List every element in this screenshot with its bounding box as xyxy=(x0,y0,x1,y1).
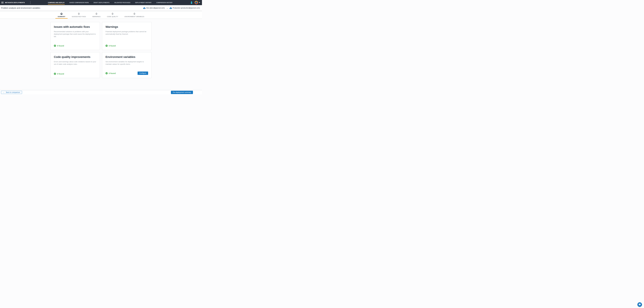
status-badge: ✓ 0 found xyxy=(54,73,64,75)
tab-label: SUGGESTED FIXES xyxy=(72,16,86,17)
status-text: 0 found xyxy=(57,45,64,47)
tab-count: 0 xyxy=(96,12,97,15)
source-org: D Dev (dev1@gearset.com) xyxy=(143,7,165,9)
card-description: Set environment variables for deployment… xyxy=(106,61,148,65)
nav-item-validated-packages[interactable]: VALIDATED PACKAGES xyxy=(114,0,130,5)
check-circle-icon: ✓ xyxy=(106,45,108,47)
card-title: Issues with automatic fixes xyxy=(54,25,96,28)
tab-count: 0 xyxy=(134,12,135,15)
arrow-right-icon: → xyxy=(166,7,168,9)
top-navigation: METADATA DEPLOYMENTS COMPARE AND DEPLOY … xyxy=(0,0,202,5)
card-description: Potential deployment package problems th… xyxy=(106,30,148,35)
target-org: D Production (production@gearset.com) xyxy=(170,7,200,9)
user-menu[interactable] xyxy=(194,1,200,4)
status-text: 0 found xyxy=(109,72,116,74)
card-issues-with-automatic-fixes: Issues with automatic fixes Recommended … xyxy=(50,22,100,50)
card-environment-variables: Environment variables Set environment va… xyxy=(102,52,152,78)
summary-cards: Issues with automatic fixes Recommended … xyxy=(50,22,152,78)
nav-brand-group: METADATA DEPLOYMENTS xyxy=(1,2,25,3)
card-code-quality-improvements: Code quality improvements Errors and war… xyxy=(50,52,100,78)
check-circle-icon: ✓ xyxy=(54,45,56,47)
card-title: Warnings xyxy=(106,25,148,28)
menu-icon[interactable] xyxy=(1,2,4,3)
summary-home-search-icon xyxy=(60,12,63,15)
summary-content: Issues with automatic fixes Recommended … xyxy=(0,19,202,90)
tab-label: WARNINGS xyxy=(92,16,100,17)
back-to-comparison-button[interactable]: ← Back to comparison xyxy=(1,91,22,94)
analysis-tabs: SUMMARY 0 SUGGESTED FIXES 0 WARNINGS 0 C… xyxy=(0,11,202,19)
status-badge: ✓ 0 found xyxy=(106,45,116,47)
tab-environment-variables[interactable]: 0 ENVIRONMENT VARIABLES xyxy=(122,11,146,19)
cloud-org-icon: D xyxy=(170,7,172,9)
nav-item-saved-comparison-pairs[interactable]: SAVED COMPARISON PAIRS xyxy=(70,0,89,5)
nav-item-draft-deployments[interactable]: DRAFT DEPLOYMENTS xyxy=(94,0,110,5)
app-title: METADATA DEPLOYMENTS xyxy=(5,2,25,3)
footer-bar: ← Back to comparison Pre-deployment summ… xyxy=(0,90,202,94)
nav-item-comparison-history[interactable]: COMPARISON HISTORY xyxy=(156,0,172,5)
tab-label: SUMMARY xyxy=(58,16,65,17)
check-circle-icon: ✓ xyxy=(54,73,56,75)
svg-text:D: D xyxy=(170,7,171,9)
rocket-icon[interactable] xyxy=(190,1,193,4)
nav-right-group xyxy=(190,1,200,4)
page-title: Problem analysis and environment variabl… xyxy=(1,7,40,9)
status-text: 0 found xyxy=(109,45,116,47)
tab-label: ENVIRONMENT VARIABLES xyxy=(124,16,144,17)
pre-deployment-summary-button[interactable]: Pre-deployment summary xyxy=(171,91,193,94)
tab-label: CODE QUALITY xyxy=(107,16,118,17)
nav-links: COMPARE AND DEPLOY SAVED COMPARISON PAIR… xyxy=(30,0,190,5)
tab-suggested-fixes[interactable]: 0 SUGGESTED FIXES xyxy=(70,11,88,19)
page-header: Problem analysis and environment variabl… xyxy=(0,5,202,11)
nav-item-compare-and-deploy[interactable]: COMPARE AND DEPLOY xyxy=(48,0,65,5)
card-title: Code quality improvements xyxy=(54,55,96,59)
tab-code-quality[interactable]: 0 CODE QUALITY xyxy=(104,11,120,19)
arrow-left-icon: ← xyxy=(3,91,5,93)
check-circle-icon: ✓ xyxy=(106,72,108,74)
status-text: 0 found xyxy=(57,73,64,75)
source-org-label: Dev (dev1@gearset.com) xyxy=(146,7,165,9)
target-org-label: Production (production@gearset.com) xyxy=(173,7,200,9)
configure-button[interactable]: Configure xyxy=(138,71,148,75)
cloud-org-icon: D xyxy=(143,7,146,9)
gearset-avatar-icon xyxy=(194,1,198,4)
card-description: Recommended solutions to problems with y… xyxy=(54,30,96,38)
card-description: Errors and warnings about code violation… xyxy=(54,61,96,65)
back-button-label: Back to comparison xyxy=(6,91,20,93)
svg-text:D: D xyxy=(144,7,145,9)
card-title: Environment variables xyxy=(106,55,148,59)
chevron-down-icon xyxy=(199,2,200,3)
tab-summary[interactable]: SUMMARY xyxy=(56,11,68,19)
nav-item-deployment-history[interactable]: DEPLOYMENT HISTORY xyxy=(135,0,152,5)
status-badge: ✓ 0 found xyxy=(106,72,116,74)
card-warnings: Warnings Potential deployment package pr… xyxy=(102,22,152,50)
tab-warnings[interactable]: 0 WARNINGS xyxy=(90,11,103,19)
tab-count: 0 xyxy=(112,12,113,15)
tab-count: 0 xyxy=(78,12,80,15)
status-badge: ✓ 0 found xyxy=(54,45,64,47)
org-pair: D Dev (dev1@gearset.com) → D Production … xyxy=(143,7,200,9)
